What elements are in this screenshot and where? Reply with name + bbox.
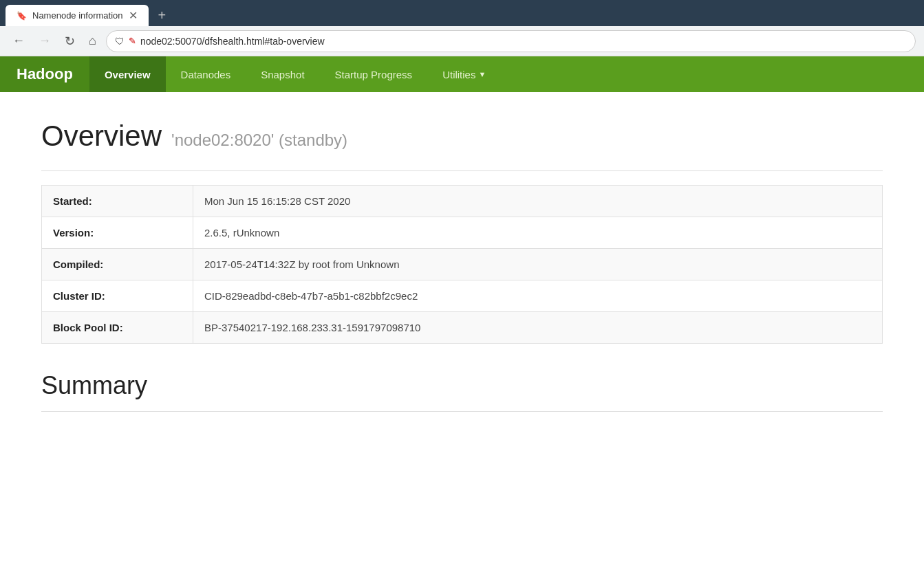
main-content: Overview 'node02:8020' (standby) Started… xyxy=(0,92,924,453)
nav-item-snapshot[interactable]: Snapshot xyxy=(246,56,319,92)
back-button[interactable]: ← xyxy=(8,31,29,51)
page-title-row: Overview 'node02:8020' (standby) xyxy=(41,120,883,157)
address-bar[interactable]: 🛡 ✎ node02:50070/dfshealth.html#tab-over… xyxy=(106,30,916,52)
summary-divider xyxy=(41,411,883,412)
title-divider xyxy=(41,170,883,171)
tab-close-icon[interactable]: ✕ xyxy=(129,9,138,22)
home-button[interactable]: ⌂ xyxy=(85,31,100,51)
nav-item-startup-progress[interactable]: Startup Progress xyxy=(320,56,428,92)
nav-items: Overview Datanodes Snapshot Startup Prog… xyxy=(89,56,501,92)
row-value: 2017-05-24T14:32Z by root from Unknown xyxy=(193,249,883,280)
nav-item-overview[interactable]: Overview xyxy=(89,56,166,92)
row-value: CID-829eadbd-c8eb-47b7-a5b1-c82bbf2c9ec2 xyxy=(193,280,883,312)
forward-button[interactable]: → xyxy=(34,31,55,51)
hadoop-brand[interactable]: Hadoop xyxy=(0,56,89,92)
table-row: Compiled: 2017-05-24T14:32Z by root from… xyxy=(42,249,883,280)
new-tab-button[interactable]: + xyxy=(153,5,172,26)
info-table: Started: Mon Jun 15 16:15:28 CST 2020 Ve… xyxy=(41,185,883,344)
row-label: Block Pool ID: xyxy=(42,312,193,344)
shield-icon: 🛡 xyxy=(115,36,125,47)
row-label: Version: xyxy=(42,217,193,249)
row-label: Cluster ID: xyxy=(42,280,193,312)
row-value: Mon Jun 15 16:15:28 CST 2020 xyxy=(193,186,883,217)
page-subtitle: 'node02:8020' (standby) xyxy=(171,131,347,150)
summary-title: Summary xyxy=(41,371,883,400)
browser-nav-bar: ← → ↻ ⌂ 🛡 ✎ node02:50070/dfshealth.html#… xyxy=(0,26,924,56)
row-label: Started: xyxy=(42,186,193,217)
table-row: Started: Mon Jun 15 16:15:28 CST 2020 xyxy=(42,186,883,217)
page-title: Overview xyxy=(41,120,162,153)
tab-title: Namenode information xyxy=(32,10,123,21)
row-value: BP-37540217-192.168.233.31-1591797098710 xyxy=(193,312,883,344)
hadoop-navbar: Hadoop Overview Datanodes Snapshot Start… xyxy=(0,56,924,92)
nav-item-datanodes[interactable]: Datanodes xyxy=(166,56,246,92)
table-row: Block Pool ID: BP-37540217-192.168.233.3… xyxy=(42,312,883,344)
active-tab[interactable]: 🔖 Namenode information ✕ xyxy=(6,5,149,26)
table-row: Cluster ID: CID-829eadbd-c8eb-47b7-a5b1-… xyxy=(42,280,883,312)
reload-button[interactable]: ↻ xyxy=(61,31,79,52)
dropdown-arrow-icon: ▼ xyxy=(478,70,486,78)
tab-icon: 🔖 xyxy=(17,11,27,21)
nav-item-utilities[interactable]: Utilities ▼ xyxy=(427,56,501,92)
edit-icon: ✎ xyxy=(129,36,136,46)
row-value: 2.6.5, rUnknown xyxy=(193,217,883,249)
row-label: Compiled: xyxy=(42,249,193,280)
table-row: Version: 2.6.5, rUnknown xyxy=(42,217,883,249)
url-text[interactable]: node02:50070/dfshealth.html#tab-overview xyxy=(140,36,907,47)
